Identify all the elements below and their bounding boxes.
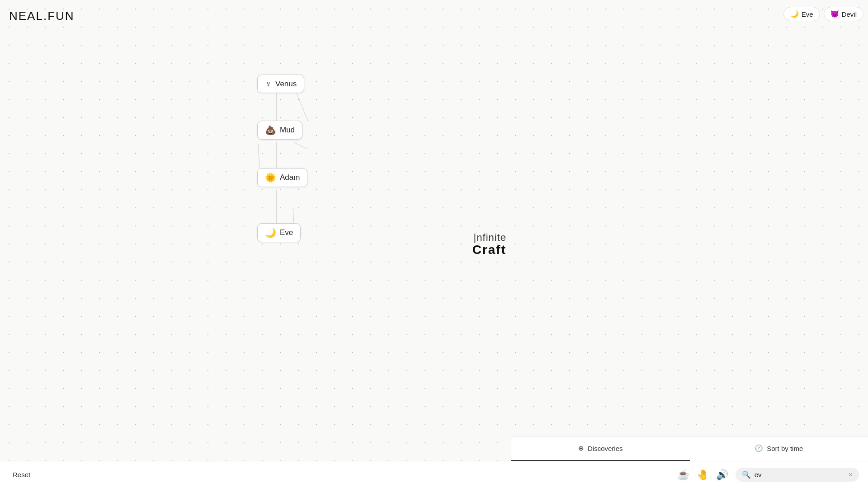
hand-icon: 🤚 xyxy=(697,469,709,481)
discoveries-icon: ⊕ xyxy=(578,444,584,452)
brand-line1: |nfinite xyxy=(472,232,506,244)
search-container: 🔍 × xyxy=(736,468,859,482)
bottom-icons: ☕ 🤚 🔊 🔍 × xyxy=(677,468,859,482)
node-eve-label: Eve xyxy=(280,228,293,237)
logo-part2: FUN xyxy=(47,9,74,23)
node-venus[interactable]: ♀ Venus xyxy=(257,75,304,93)
canvas-area: NEAL.FUN |nfinite Craft 🌙 Eve 😈 Devil xyxy=(0,0,868,488)
node-venus-emoji: ♀ xyxy=(265,79,272,89)
node-adam-label: Adam xyxy=(280,173,300,182)
svg-line-6 xyxy=(293,208,294,224)
search-clear-button[interactable]: × xyxy=(849,471,853,479)
sort-time-icon: 🕐 xyxy=(755,444,763,452)
sort-time-label: Sort by time xyxy=(767,445,803,452)
sound-icon: 🔊 xyxy=(716,469,728,481)
tab-sort-by-time[interactable]: 🕐 Sort by time xyxy=(690,436,868,461)
hand-button[interactable]: 🤚 xyxy=(697,469,709,481)
search-icon: 🔍 xyxy=(742,470,751,479)
coffee-button[interactable]: ☕ xyxy=(677,469,689,481)
topbar: NEAL.FUN xyxy=(0,0,868,32)
svg-line-4 xyxy=(294,142,307,149)
discoveries-label: Discoveries xyxy=(588,445,623,452)
node-mud[interactable]: 💩 Mud xyxy=(257,121,302,140)
search-input[interactable] xyxy=(755,471,845,479)
node-adam-emoji: 🌞 xyxy=(265,172,276,183)
reset-button[interactable]: Reset xyxy=(9,469,34,480)
brand-line2: Craft xyxy=(472,244,506,256)
logo-part1: NEAL. xyxy=(9,9,47,23)
node-adam[interactable]: 🌞 Adam xyxy=(257,168,307,187)
brand-title: |nfinite Craft xyxy=(472,232,506,256)
connection-lines xyxy=(0,0,868,488)
tab-discoveries[interactable]: ⊕ Discoveries xyxy=(511,436,690,461)
node-venus-label: Venus xyxy=(275,80,297,89)
svg-line-3 xyxy=(258,144,259,168)
coffee-icon: ☕ xyxy=(677,469,689,481)
node-eve-emoji: 🌙 xyxy=(265,227,276,238)
node-eve[interactable]: 🌙 Eve xyxy=(257,223,301,242)
node-mud-emoji: 💩 xyxy=(265,125,276,136)
sound-button[interactable]: 🔊 xyxy=(716,469,728,481)
sidebar-tabs: ⊕ Discoveries 🕐 Sort by time xyxy=(511,436,868,461)
bottom-bar: Reset ☕ 🤚 🔊 🔍 × xyxy=(0,461,868,488)
logo: NEAL.FUN xyxy=(9,9,75,23)
node-mud-label: Mud xyxy=(280,126,295,135)
